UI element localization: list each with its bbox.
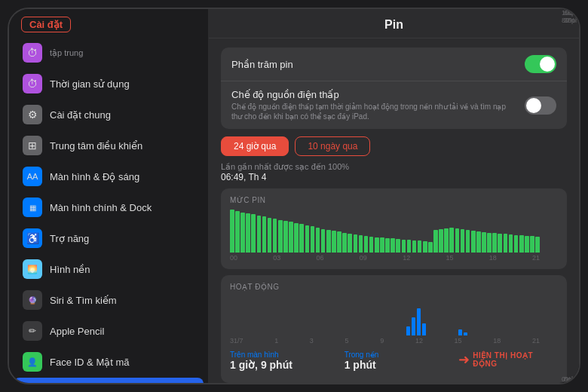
sidebar-items: ⏱ tập trung ⏱ Thời gian sử dụng ⚙ Cài đặ… [9,37,208,383]
background-value: 1 phút [345,359,444,371]
screen-on-item: Trên màn hình 1 giờ, 9 phút [230,351,329,371]
battery-bar-item [390,238,395,253]
hoat-dong-label: HOẠT ĐỘNG [230,283,558,291]
muc-pin-label: MỨC PIN [230,196,558,204]
battery-bar-item [504,234,508,253]
sidebar-item-pin[interactable]: 🔋 Pin [14,378,204,383]
battery-bar-item [321,229,326,253]
last-charge-label: Lần gần nhất được sạc đến 100% [221,162,349,171]
sidebar-item-tro-nang[interactable]: ♿ Trợ năng [14,223,204,253]
show-activity-button[interactable]: HIỆN THỊ HOẠT ĐỘNG [473,351,558,368]
sidebar-item-man-hinh-dock[interactable]: ▦ Màn hình chính & Dock [14,192,204,222]
last-charge: Lần gần nhất được sạc đến 100% 06:49, Th… [221,162,567,182]
btn-10d[interactable]: 10 ngày qua [295,136,370,156]
activity-y-labels: 60ph30ph0ph [564,38,579,383]
phan-tram-label: Phần trăm pin [231,59,517,70]
battery-bar-item [369,237,374,253]
battery-bar-item [461,229,465,253]
battery-bar-item [262,216,267,253]
sidebar-item-label: tập trung [50,48,194,58]
sidebar-item-top[interactable]: ⏱ tập trung [14,38,204,68]
che-do-desc: Chế độ nguồn điện thấp tạm thời giảm hoạ… [231,102,517,121]
sidebar-item-apple-pencil[interactable]: ✏ Apple Pencil [14,316,204,346]
battery-bar-item [380,237,384,253]
activity-bar-item [406,326,410,335]
sidebar-item-label: Hình nền [50,264,194,275]
battery-bar-item [268,218,272,253]
last-charge-value: 06:49, Th 4 [221,172,267,182]
phan-tram-toggle[interactable] [525,55,556,73]
battery-bar-item [337,231,341,253]
sidebar: Cài đặt ⏱ tập trung ⏱ Thời gian sử dụng … [9,9,209,383]
sidebar-item-label: Màn hình & Độ sáng [50,171,194,182]
man-hinh-icon: AA [23,167,42,186]
battery-bar-item [283,221,288,253]
battery-bar-item [433,230,438,253]
battery-bar-item [396,239,400,253]
che-do-row: Chế độ nguồn điện thấp Chế độ nguồn điện… [221,81,567,129]
sidebar-item-label: Thời gian sử dụng [50,78,194,90]
arrow-section: ➜ HIỆN THỊ HOẠT ĐỘNG [458,351,558,368]
apple-pencil-icon: ✏ [23,321,42,341]
battery-bar-item [230,210,234,253]
activity-bar-item [422,323,426,335]
ipad-frame: Cài đặt ⏱ tập trung ⏱ Thời gian sử dụng … [8,8,580,384]
battery-bar-item [278,220,283,253]
battery-bar-item [294,223,299,253]
battery-bar-item [487,233,492,253]
man-hinh-dock-icon: ▦ [23,198,42,217]
sidebar-item-label: Cài đặt chung [50,109,194,121]
chart-x-labels: 0003060912151821 [230,254,558,262]
sidebar-item-trung-tam[interactable]: ⊞ Trung tâm điều khiển [14,130,204,161]
battery-bar-item [359,235,363,253]
sidebar-item-cai-dat-chung[interactable]: ⚙ Cài đặt chung [14,100,204,130]
battery-bar-item [305,225,310,253]
battery-bar-item [471,231,476,253]
sidebar-item-face-id[interactable]: 👤 Face ID & Mật mã [14,347,204,377]
battery-chart [230,207,540,253]
hinh-nen-icon: 🌅 [23,259,42,279]
btn-24h[interactable]: 24 giờ qua [221,136,289,156]
battery-bar-item [418,240,422,253]
sidebar-item-label: Trợ năng [50,233,194,244]
che-do-toggle[interactable] [525,96,556,115]
activity-bar-item [464,332,467,335]
sidebar-item-label: Apple Pencil [50,326,194,337]
thoi-gian-icon: ⏱ [23,74,42,93]
screen-on-value: 1 giờ, 9 phút [230,359,329,371]
page-title: Pin [384,18,403,31]
sidebar-item-hinh-nen[interactable]: 🌅 Hình nền [14,254,204,284]
activity-chart [230,294,540,335]
battery-bar-item [311,226,315,253]
battery-bar-item [240,213,245,253]
sidebar-item-siri[interactable]: 🔮 Siri & Tìm kiếm [14,285,204,315]
activity-bar-item [458,329,462,335]
battery-bar-item [257,216,262,253]
battery-bar-item [525,236,529,253]
battery-bar-item [273,219,277,253]
che-do-label: Chế độ nguồn điện thấp [231,89,517,100]
phan-tram-row: Phần trăm pin [221,47,567,81]
screen-on-label: Trên màn hình [230,351,329,359]
battery-bar-item [509,234,513,253]
battery-bar-item [407,240,412,253]
battery-bar-item [428,242,433,253]
sidebar-header: Cài đặt [9,9,208,37]
main-body: Phần trăm pin Chế độ nguồn điện thấp Chế… [209,38,579,383]
battery-bar-item [412,240,417,253]
battery-bar-item [348,234,352,253]
battery-bar-item [316,228,320,253]
tro-nang-icon: ♿ [23,228,42,248]
sidebar-item-label: Trung tâm điều khiển [50,140,194,152]
sidebar-item-man-hinh-do-sang[interactable]: AA Màn hình & Độ sáng [14,161,204,191]
background-label: Trong nền [345,351,444,359]
cai-dat-chung-icon: ⚙ [23,105,42,124]
battery-bar-item [482,232,486,253]
main-content: Pin Phần trăm pin Chế độ nguồn điện thấp… [209,9,579,383]
battery-bar-item [492,233,497,253]
activity-bar-item [417,308,421,335]
battery-bar-item [354,234,358,253]
battery-bar-item [375,237,379,253]
battery-bar-item [385,238,390,253]
sidebar-item-thoi-gian[interactable]: ⏱ Thời gian sử dụng [14,69,204,99]
